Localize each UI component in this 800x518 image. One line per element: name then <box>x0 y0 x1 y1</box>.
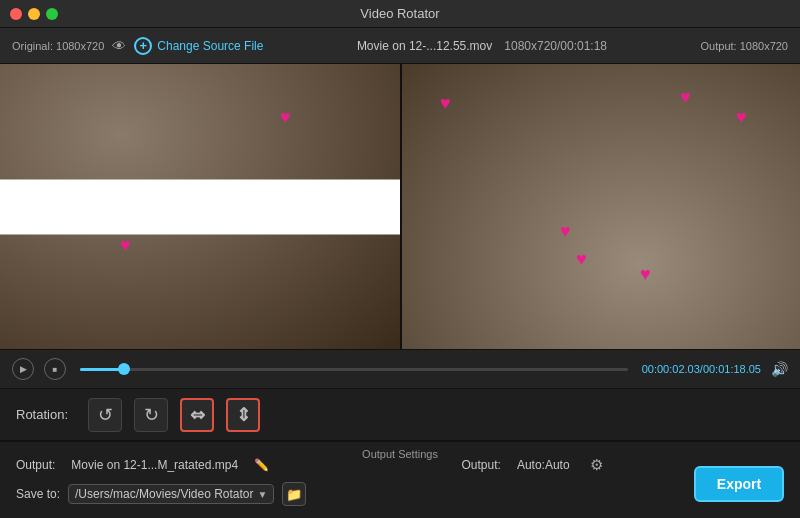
heart-decoration-6: ♥ <box>736 107 747 128</box>
original-resolution: Original: 1080x720 <box>12 40 104 52</box>
output-settings-label: Output: <box>462 458 501 472</box>
video-divider <box>400 64 402 349</box>
top-bar-left: Original: 1080x720 👁 + Change Source Fil… <box>12 37 263 55</box>
change-source-label: Change Source File <box>157 39 263 53</box>
maximize-button[interactable] <box>46 8 58 20</box>
heart-decoration-7: ♥ <box>576 249 587 270</box>
eye-icon[interactable]: 👁 <box>112 38 126 54</box>
playback-bar: ▶ ■ 00:00:02.03/00:01:18.05 🔊 <box>0 349 800 389</box>
traffic-lights <box>10 8 58 20</box>
heart-decoration-1: ♥ <box>280 107 291 128</box>
close-button[interactable] <box>10 8 22 20</box>
time-current: 00:00:02.03 <box>642 363 700 375</box>
progress-bar[interactable] <box>80 368 628 371</box>
output-resolution: Output: 1080x720 <box>701 40 788 52</box>
save-to-label: Save to: <box>16 487 60 501</box>
top-bar: Original: 1080x720 👁 + Change Source Fil… <box>0 28 800 64</box>
window-title: Video Rotator <box>360 6 439 21</box>
heart-decoration-4: ♥ <box>560 221 571 242</box>
export-button[interactable]: Export <box>694 466 784 502</box>
edit-icon[interactable]: ✏️ <box>254 458 269 472</box>
file-name: Movie on 12-...12.55.mov <box>357 39 492 53</box>
redaction-bar <box>0 179 400 234</box>
save-path-dropdown[interactable]: /Users/mac/Movies/Video Rotator ▼ <box>68 484 274 504</box>
minimize-button[interactable] <box>28 8 40 20</box>
bottom-bar: Output Settings Output: Movie on 12-1...… <box>0 441 800 518</box>
heart-decoration-3: ♥ <box>120 235 131 256</box>
time-total: 00:01:18.05 <box>703 363 761 375</box>
output-file: Movie on 12-1...M_ratated.mp4 <box>71 458 238 472</box>
chevron-down-icon: ▼ <box>258 489 268 500</box>
rotate-ccw-button[interactable]: ↺ <box>88 398 122 432</box>
heart-decoration-5: ♥ <box>680 87 691 108</box>
video-area: ♥ ♥ ♥ ♥ ♥ ♥ ♥ ♥ <box>0 64 800 349</box>
heart-decoration-2: ♥ <box>440 93 451 114</box>
progress-fill <box>80 368 124 371</box>
flip-vertical-button[interactable]: ⇕ <box>226 398 260 432</box>
heart-decoration-8: ♥ <box>640 264 651 285</box>
rotate-cw-button[interactable]: ↻ <box>134 398 168 432</box>
volume-icon[interactable]: 🔊 <box>771 361 788 377</box>
play-button[interactable]: ▶ <box>12 358 34 380</box>
export-label: Export <box>717 476 761 492</box>
save-path-text: /Users/mac/Movies/Video Rotator <box>75 487 254 501</box>
bottom-row-2: Save to: /Users/mac/Movies/Video Rotator… <box>16 482 784 506</box>
top-bar-middle: Movie on 12-...12.55.mov 1080x720/00:01:… <box>279 39 684 53</box>
video-left-panel <box>0 64 400 349</box>
flip-horizontal-button[interactable]: ⇔ <box>180 398 214 432</box>
folder-button[interactable]: 📁 <box>282 482 306 506</box>
rotation-bar: Rotation: ↺ ↻ ⇔ ⇕ <box>0 389 800 441</box>
stop-button[interactable]: ■ <box>44 358 66 380</box>
title-bar: Video Rotator <box>0 0 800 28</box>
rotation-label: Rotation: <box>16 407 68 422</box>
output-settings-title: Output Settings <box>362 448 438 460</box>
gear-button[interactable]: ⚙ <box>586 454 608 476</box>
change-source-button[interactable]: + Change Source File <box>134 37 263 55</box>
output-settings-value: Auto:Auto <box>517 458 570 472</box>
file-info: 1080x720/00:01:18 <box>504 39 607 53</box>
progress-thumb <box>118 363 130 375</box>
video-left-preview <box>0 64 400 349</box>
add-circle-icon: + <box>134 37 152 55</box>
output-label: Output: <box>16 458 55 472</box>
time-display: 00:00:02.03/00:01:18.05 <box>642 363 761 375</box>
